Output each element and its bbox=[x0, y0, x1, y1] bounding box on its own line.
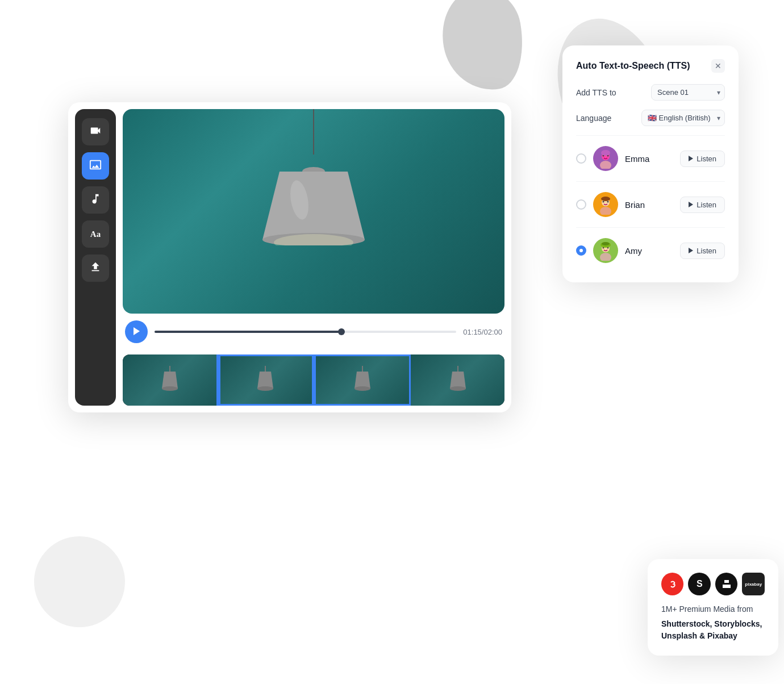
listen-button-amy[interactable]: Listen bbox=[680, 243, 725, 259]
voice-radio-emma[interactable] bbox=[576, 153, 586, 164]
upload-tool-button[interactable] bbox=[82, 255, 109, 282]
svg-rect-39 bbox=[724, 580, 729, 583]
svg-marker-13 bbox=[355, 372, 370, 389]
voice-avatar-amy bbox=[593, 238, 618, 263]
progress-thumb[interactable] bbox=[338, 328, 345, 335]
voice-name-brian: Brian bbox=[625, 200, 673, 210]
tts-language-select-wrapper: 🇬🇧 English (British) 🇺🇸 English (US) 🇫🇷 … bbox=[641, 110, 725, 126]
voice-name-amy: Amy bbox=[625, 246, 673, 256]
editor-panel: Aa bbox=[68, 102, 511, 412]
voice-name-emma: Emma bbox=[625, 154, 673, 164]
text-icon: Aa bbox=[90, 230, 101, 239]
progress-fill bbox=[155, 331, 341, 333]
play-button[interactable] bbox=[125, 320, 148, 343]
svg-point-28 bbox=[607, 201, 609, 203]
svg-marker-7 bbox=[162, 372, 178, 389]
svg-point-14 bbox=[355, 386, 370, 391]
svg-point-17 bbox=[450, 386, 466, 391]
svg-rect-40 bbox=[723, 585, 731, 588]
listen-play-icon-emma bbox=[689, 156, 693, 161]
audio-tool-button[interactable] bbox=[82, 186, 109, 214]
tts-scene-select-wrapper: Scene 01 Scene 02 Scene 03 bbox=[651, 84, 725, 101]
voice-radio-amy[interactable] bbox=[576, 245, 586, 256]
listen-label-brian: Listen bbox=[697, 201, 716, 209]
tts-language-select[interactable]: 🇬🇧 English (British) 🇺🇸 English (US) 🇫🇷 … bbox=[641, 110, 725, 126]
timeline-frame-1[interactable] bbox=[123, 354, 216, 406]
tts-divider bbox=[576, 135, 725, 136]
upload-icon bbox=[89, 261, 102, 276]
frame-lamp-1 bbox=[160, 366, 180, 394]
svg-marker-5 bbox=[134, 327, 140, 335]
tts-add-label: Add TTS to bbox=[576, 88, 616, 97]
svg-marker-16 bbox=[450, 372, 466, 389]
play-icon bbox=[132, 327, 140, 337]
image-tool-button[interactable] bbox=[82, 152, 109, 180]
svg-point-27 bbox=[603, 201, 604, 203]
tts-title: Auto Text-to-Speech (TTS) bbox=[576, 61, 690, 71]
video-controls: 01:15/02:00 bbox=[123, 314, 504, 350]
lamp-wire bbox=[313, 109, 314, 155]
svg-point-8 bbox=[162, 386, 178, 391]
tts-add-row: Add TTS to Scene 01 Scene 02 Scene 03 bbox=[576, 84, 725, 101]
video-icon bbox=[89, 124, 102, 140]
listen-play-icon-brian bbox=[689, 202, 693, 207]
media-premium-text: 1M+ Premium Media from bbox=[661, 604, 765, 614]
svg-point-23 bbox=[601, 150, 610, 156]
svg-marker-10 bbox=[257, 372, 273, 389]
media-sources-text: Shutterstock, Storyblocks, Unsplash & Pi… bbox=[661, 618, 765, 642]
tts-scene-select[interactable]: Scene 01 Scene 02 Scene 03 bbox=[651, 84, 725, 101]
media-sources-card: S pixabay 1M+ Premium Media from Shutter… bbox=[648, 559, 778, 656]
listen-play-icon-amy bbox=[689, 248, 693, 253]
shutterstock-logo bbox=[661, 573, 683, 595]
listen-button-emma[interactable]: Listen bbox=[680, 151, 725, 167]
timeline-handle-left[interactable] bbox=[218, 354, 220, 406]
sidebar-toolbar: Aa bbox=[75, 109, 116, 406]
lamp-svg bbox=[251, 155, 376, 245]
text-tool-button[interactable]: Aa bbox=[82, 220, 109, 248]
voice-radio-brian[interactable] bbox=[576, 199, 586, 210]
tts-panel: Auto Text-to-Speech (TTS) ✕ Add TTS to S… bbox=[562, 45, 739, 282]
tts-header: Auto Text-to-Speech (TTS) ✕ bbox=[576, 59, 725, 73]
video-area: 01:15/02:00 bbox=[123, 102, 511, 412]
timeline-frame-4[interactable] bbox=[411, 354, 504, 406]
image-icon bbox=[89, 159, 102, 174]
video-tool-button[interactable] bbox=[82, 118, 109, 145]
pixabay-logo: pixabay bbox=[742, 573, 765, 595]
unsplash-logo bbox=[715, 573, 737, 595]
listen-button-brian[interactable]: Listen bbox=[680, 197, 725, 213]
voice-item-emma: Emma Listen bbox=[576, 140, 725, 177]
frame-lamp-3 bbox=[352, 366, 373, 394]
video-preview bbox=[123, 109, 504, 314]
timeline-frame-2[interactable] bbox=[216, 354, 314, 406]
frame-lamp-4 bbox=[448, 366, 468, 394]
music-icon bbox=[89, 193, 102, 208]
frame-lamp-2 bbox=[255, 366, 276, 394]
listen-label-emma: Listen bbox=[697, 155, 716, 163]
tts-language-row: Language 🇬🇧 English (British) 🇺🇸 English… bbox=[576, 110, 725, 126]
voice-avatar-emma bbox=[593, 146, 618, 171]
svg-point-36 bbox=[602, 242, 610, 245]
timeline-handle-right[interactable] bbox=[314, 354, 316, 406]
main-wrapper: Aa bbox=[68, 45, 739, 639]
voice-item-amy: Amy Listen bbox=[576, 232, 725, 269]
svg-marker-1 bbox=[262, 172, 365, 240]
svg-point-29 bbox=[601, 197, 610, 201]
time-display: 01:15/02:00 bbox=[463, 328, 502, 336]
tts-divider-3 bbox=[576, 227, 725, 228]
svg-point-11 bbox=[257, 386, 273, 391]
video-progress-bar[interactable] bbox=[155, 331, 456, 333]
voice-item-brian: Brian Listen bbox=[576, 186, 725, 223]
timeline-strip bbox=[123, 354, 504, 406]
storyblocks-logo: S bbox=[688, 573, 710, 595]
timeline-frame-3[interactable] bbox=[314, 354, 411, 406]
tts-divider-2 bbox=[576, 181, 725, 182]
voice-avatar-brian bbox=[593, 192, 618, 217]
media-logos: S pixabay bbox=[661, 573, 765, 595]
tts-language-label: Language bbox=[576, 114, 611, 123]
listen-label-amy: Listen bbox=[697, 247, 716, 255]
lamp-illustration bbox=[251, 109, 376, 245]
tts-close-button[interactable]: ✕ bbox=[711, 59, 725, 73]
